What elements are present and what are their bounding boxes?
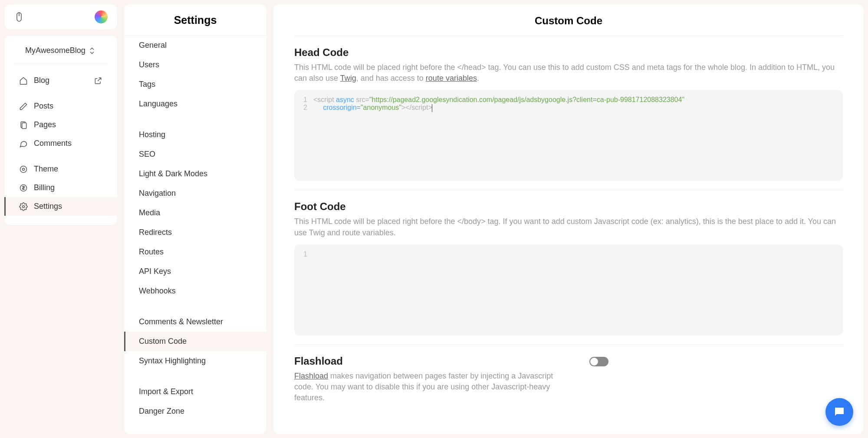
settings-card: Settings General Users Tags Languages Ho… [124, 4, 266, 434]
settings-item-redirects[interactable]: Redirects [124, 223, 266, 242]
nav-label: Theme [34, 165, 58, 174]
settings-item-routes[interactable]: Routes [124, 242, 266, 262]
mouse-icon[interactable] [14, 12, 24, 22]
theme-icon [19, 165, 28, 174]
left-sidebar: MyAwesomeBlog Blog Posts Pages Comments [0, 0, 122, 438]
svg-rect-3 [22, 123, 26, 128]
flashload-toggle[interactable] [589, 357, 608, 366]
page-title: Custom Code [294, 15, 843, 36]
nav-item-posts[interactable]: Posts [4, 97, 117, 115]
settings-item-hosting[interactable]: Hosting [124, 125, 266, 145]
head-code-section: Head Code This HTML code will be placed … [294, 46, 843, 181]
chat-fab[interactable] [825, 398, 853, 426]
billing-icon [19, 184, 28, 192]
flashload-help: Flashload makes navigation between pages… [294, 371, 572, 404]
settings-item-custom-code[interactable]: Custom Code [124, 332, 266, 351]
nav-card: MyAwesomeBlog Blog Posts Pages Comments [4, 36, 117, 225]
app-logo-icon[interactable] [95, 10, 108, 23]
settings-item-seo[interactable]: SEO [124, 145, 266, 164]
nav-item-pages[interactable]: Pages [4, 115, 117, 134]
site-name: MyAwesomeBlog [25, 46, 85, 55]
nav-item-settings[interactable]: Settings [4, 197, 117, 216]
settings-item-import-export[interactable]: Import & Export [124, 382, 266, 402]
line-number: 1 [299, 96, 313, 104]
settings-item-webhooks[interactable]: Webhooks [124, 281, 266, 301]
chat-icon [833, 405, 846, 418]
flashload-section: Flashload Flashload makes navigation bet… [294, 355, 843, 410]
settings-item-tags[interactable]: Tags [124, 75, 266, 94]
pencil-icon [19, 102, 28, 111]
nav-label: Settings [34, 202, 62, 211]
twig-link[interactable]: Twig [340, 74, 356, 82]
settings-item-languages[interactable]: Languages [124, 94, 266, 114]
nav-item-theme[interactable]: Theme [4, 160, 117, 178]
head-code-title: Head Code [294, 46, 843, 59]
svg-point-5 [20, 166, 27, 172]
nav-item-billing[interactable]: Billing [4, 178, 117, 197]
foot-code-editor[interactable]: 1 [294, 244, 843, 336]
svg-point-4 [23, 168, 25, 170]
workspace-header-card [4, 4, 117, 30]
head-code-help: This HTML code will be placed right befo… [294, 62, 843, 84]
route-variables-link[interactable]: route variables [426, 74, 477, 82]
settings-item-api-keys[interactable]: API Keys [124, 262, 266, 281]
flashload-title: Flashload [294, 355, 572, 367]
line-number: 1 [299, 250, 313, 258]
settings-scroll[interactable]: General Users Tags Languages Hosting SEO… [124, 36, 266, 434]
site-switcher[interactable]: MyAwesomeBlog [14, 41, 108, 63]
head-code-editor[interactable]: 1 <script async src="https://pagead2.goo… [294, 90, 843, 181]
chevrons-up-down-icon [88, 46, 96, 55]
main-column: Custom Code Head Code This HTML code wil… [269, 0, 868, 438]
nav-label: Posts [34, 102, 53, 111]
settings-item-general[interactable]: General [124, 36, 266, 55]
divider [294, 344, 843, 345]
toggle-knob [590, 358, 598, 366]
pages-icon [19, 121, 28, 129]
flashload-link[interactable]: Flashload [294, 372, 328, 380]
settings-title: Settings [124, 4, 266, 36]
primary-nav: Blog Posts Pages Comments Theme [4, 68, 117, 219]
nav-label: Pages [34, 120, 56, 129]
settings-item-media[interactable]: Media [124, 203, 266, 223]
home-icon [19, 76, 28, 85]
line-number: 2 [299, 104, 313, 112]
main-card: Custom Code Head Code This HTML code wil… [273, 4, 864, 434]
nav-item-comments[interactable]: Comments [4, 134, 117, 153]
settings-item-users[interactable]: Users [124, 55, 266, 75]
nav-label: Blog [34, 76, 49, 85]
text-caret [432, 104, 432, 112]
foot-code-section: Foot Code This HTML code will be placed … [294, 201, 843, 335]
settings-sidebar: Settings General Users Tags Languages Ho… [122, 0, 269, 438]
nav-label: Billing [34, 183, 55, 192]
nav-label: Comments [34, 139, 72, 148]
foot-code-title: Foot Code [294, 201, 843, 213]
foot-code-help: This HTML code will be placed right befo… [294, 216, 843, 238]
svg-point-7 [23, 205, 25, 207]
settings-item-light-dark[interactable]: Light & Dark Modes [124, 164, 266, 184]
settings-item-comments-newsletter[interactable]: Comments & Newsletter [124, 312, 266, 332]
divider [294, 190, 843, 190]
settings-item-danger-zone[interactable]: Danger Zone [124, 402, 266, 421]
nav-item-blog[interactable]: Blog [4, 71, 117, 90]
gear-icon [19, 202, 28, 211]
comment-icon [19, 139, 28, 148]
external-link-icon[interactable] [94, 76, 102, 85]
settings-item-navigation[interactable]: Navigation [124, 184, 266, 203]
settings-item-syntax-highlighting[interactable]: Syntax Highlighting [124, 351, 266, 371]
